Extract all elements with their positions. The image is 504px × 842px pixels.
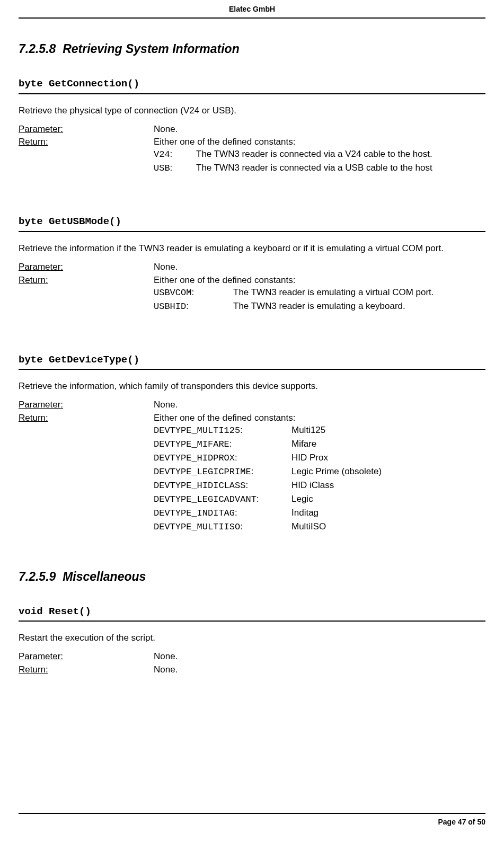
section-number: 7.2.5.8 (19, 42, 56, 56)
section-text: Retrieving System Information (63, 42, 240, 56)
return-row: Return: Either one of the defined consta… (19, 274, 485, 314)
constant-code: DEVTYPE_MULTI125: (154, 424, 291, 437)
constant-row: USBVCOM: The TWN3 reader is emulating a … (154, 287, 485, 299)
return-label: Return: (19, 274, 154, 314)
constant-desc: HID Prox (291, 452, 485, 465)
return-label: Return: (19, 412, 154, 534)
parameter-row: Parameter: None. (19, 123, 485, 136)
func-description: Retrieve the information if the TWN3 rea… (19, 243, 485, 255)
constant-row: USB: The TWN3 reader is connected via a … (154, 162, 485, 175)
return-row: Return: Either one of the defined consta… (19, 136, 485, 176)
company-name: Elatec GmbH (229, 5, 275, 13)
constant-code: DEVTYPE_LEGICPRIME: (154, 466, 291, 478)
constant-desc: MultiISO (291, 521, 485, 534)
parameter-value: None. (154, 651, 485, 663)
func-description: Retrieve the physical type of connection… (19, 105, 485, 117)
constant-code: USBHID: (154, 300, 233, 313)
constant-code: V24: (154, 148, 196, 161)
constant-desc: The TWN3 reader is connected via a V24 c… (196, 148, 485, 161)
func-signature: byte GetUSBMode() (19, 215, 485, 232)
parameter-label: Parameter: (19, 651, 154, 663)
parameter-row: Parameter: None. (19, 399, 485, 411)
return-value: Either one of the defined constants: DEV… (154, 412, 485, 534)
constant-code: USBVCOM: (154, 287, 233, 299)
constant-row: DEVTYPE_MULTI125: Multi125 (154, 424, 485, 437)
func-signature: void Reset() (19, 605, 485, 622)
parameter-row: Parameter: None. (19, 261, 485, 273)
constant-row: DEVTYPE_HIDICLASS: HID iClass (154, 480, 485, 492)
constant-row: DEVTYPE_MULTIISO: MultiISO (154, 521, 485, 534)
return-value: None. (154, 664, 485, 676)
constant-code: DEVTYPE_HIDICLASS: (154, 480, 291, 492)
constant-code: DEVTYPE_MIFARE: (154, 438, 291, 451)
constant-desc: HID iClass (291, 480, 485, 492)
parameter-label: Parameter: (19, 123, 154, 136)
section-text: Miscellaneous (63, 570, 146, 583)
constant-desc: Legic (291, 493, 485, 506)
parameter-value: None. (154, 261, 485, 273)
parameter-label: Parameter: (19, 399, 154, 411)
constant-desc: Inditag (291, 507, 485, 520)
section-title-2: 7.2.5.9 Miscellaneous (19, 569, 485, 585)
constant-desc: Legic Prime (obsolete) (291, 466, 485, 478)
constant-row: DEVTYPE_LEGICADVANT: Legic (154, 493, 485, 506)
constant-desc: Multi125 (291, 424, 485, 437)
constant-desc: The TWN3 reader is connected via a USB c… (196, 162, 485, 175)
page-number: Page 47 of 50 (438, 818, 486, 826)
constant-row: USBHID: The TWN3 reader is emulating a k… (154, 300, 485, 313)
section-title-1: 7.2.5.8 Retrieving System Information (19, 41, 485, 57)
func-description: Restart the execution of the script. (19, 632, 485, 644)
constant-code: DEVTYPE_MULTIISO: (154, 521, 291, 534)
constant-row: DEVTYPE_MIFARE: Mifare (154, 438, 485, 451)
constant-code: DEVTYPE_HIDPROX: (154, 452, 291, 465)
return-intro: Either one of the defined constants: (154, 274, 485, 287)
return-value: Either one of the defined constants: V24… (154, 136, 485, 176)
parameter-value: None. (154, 123, 485, 136)
page-header: Elatec GmbH (19, 0, 485, 19)
func-signature: byte GetDeviceType() (19, 353, 485, 370)
func-signature: byte GetConnection() (19, 77, 485, 94)
return-row: Return: Either one of the defined consta… (19, 412, 485, 534)
parameter-value: None. (154, 399, 485, 411)
section-number: 7.2.5.9 (19, 570, 56, 583)
constant-code: DEVTYPE_LEGICADVANT: (154, 493, 291, 506)
constant-row: DEVTYPE_INDITAG: Inditag (154, 507, 485, 520)
return-value: Either one of the defined constants: USB… (154, 274, 485, 314)
return-label: Return: (19, 136, 154, 176)
parameter-label: Parameter: (19, 261, 154, 273)
constant-row: V24: The TWN3 reader is connected via a … (154, 148, 485, 161)
parameter-row: Parameter: None. (19, 651, 485, 663)
return-row: Return: None. (19, 664, 485, 676)
return-intro: Either one of the defined constants: (154, 412, 485, 424)
constant-code: USB: (154, 162, 196, 175)
constant-row: DEVTYPE_LEGICPRIME: Legic Prime (obsolet… (154, 466, 485, 478)
return-label: Return: (19, 664, 154, 676)
constant-desc: The TWN3 reader is emulating a virtual C… (233, 287, 485, 299)
constant-row: DEVTYPE_HIDPROX: HID Prox (154, 452, 485, 465)
page-footer: Page 47 of 50 (19, 813, 485, 827)
constant-code: DEVTYPE_INDITAG: (154, 507, 291, 520)
constant-desc: The TWN3 reader is emulating a keyboard. (233, 300, 485, 313)
func-description: Retrieve the information, which family o… (19, 380, 485, 393)
constant-desc: Mifare (291, 438, 485, 451)
return-intro: Either one of the defined constants: (154, 136, 485, 148)
